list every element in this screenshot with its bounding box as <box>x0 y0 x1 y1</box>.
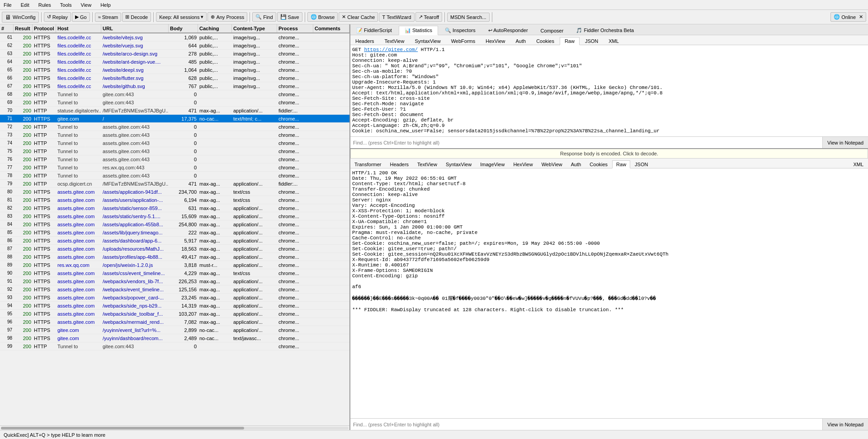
menu-tools[interactable]: Tools <box>58 1 74 9</box>
tab-fiddler-orchestra[interactable]: 🎵 Fiddler Orchestra Beta <box>570 26 640 35</box>
table-row[interactable]: 82 200 HTTPS assets.gitee.com /assets/st… <box>0 204 349 212</box>
resp-tab-webview[interactable]: WebView <box>538 160 566 168</box>
table-row[interactable]: 90 200 HTTPS assets.gitee.com /assets/cs… <box>0 269 349 277</box>
response-find-input[interactable] <box>350 419 822 430</box>
table-row[interactable]: 97 200 HTTPS gitee.com /yuyinn/event_lis… <box>0 326 349 334</box>
table-row[interactable]: 88 200 HTTPS assets.gitee.com /assets/pr… <box>0 253 349 261</box>
table-row[interactable]: 86 200 HTTPS assets.gitee.com /assets/da… <box>0 237 349 245</box>
table-row[interactable]: 91 200 HTTPS assets.gitee.com /webpacks/… <box>0 277 349 285</box>
find-button[interactable]: 🔍 Find <box>252 12 276 22</box>
traffic-table-body[interactable]: 61 200 HTTPS files.codelife.cc /website/… <box>0 33 349 425</box>
table-row[interactable]: 61 200 HTTPS files.codelife.cc /website/… <box>0 33 349 42</box>
resp-tab-headers[interactable]: Headers <box>386 160 413 168</box>
keep-button[interactable]: Keep: All sessions ▾ <box>156 12 207 22</box>
resp-tab-hexview[interactable]: HexView <box>509 160 537 168</box>
resp-tab-auth[interactable]: Auth <box>567 160 585 168</box>
table-row[interactable]: 96 200 HTTPS assets.gitee.com /webpacks/… <box>0 318 349 326</box>
req-tab-json[interactable]: JSON <box>580 37 603 45</box>
replay-button[interactable]: ↺ Replay <box>44 12 71 22</box>
resp-tab-syntaxview[interactable]: SyntaxView <box>442 160 476 168</box>
table-row[interactable]: 92 200 HTTPS assets.gitee.com /webpacks/… <box>0 285 349 294</box>
resp-tab-textview[interactable]: TextView <box>413 160 441 168</box>
table-row[interactable]: 62 200 HTTPS files.codelife.cc /website/… <box>0 42 349 50</box>
msdn-search-button[interactable]: MSDN Search... <box>447 13 489 22</box>
req-tab-raw[interactable]: Raw <box>560 37 580 45</box>
cell-protocol: HTTP <box>33 90 56 98</box>
online-button[interactable]: 🌐 Online ✕ <box>830 12 866 22</box>
req-tab-xml[interactable]: XML <box>604 37 624 45</box>
resp-tab-xml[interactable]: XML <box>849 160 868 168</box>
request-find-input[interactable] <box>350 137 822 148</box>
menu-file[interactable]: File <box>2 1 14 9</box>
clear-cache-button[interactable]: ✕ Clear Cache <box>339 12 378 22</box>
menu-view[interactable]: View <box>79 1 94 9</box>
table-row[interactable]: 75 200 HTTP Tunnel to assets.gitee.com:4… <box>0 147 349 155</box>
response-view-notepad-button[interactable]: View in Notepad <box>822 419 868 430</box>
table-row[interactable]: 98 200 HTTPS gitee.com /yuyinn/dashboard… <box>0 334 349 342</box>
cell-num: 94 <box>0 302 14 309</box>
table-row[interactable]: 74 200 HTTP Tunnel to assets.gitee.com:4… <box>0 139 349 147</box>
cell-result: 200 <box>14 318 33 326</box>
table-row[interactable]: 81 200 HTTPS assets.gitee.com /assets/us… <box>0 196 349 204</box>
table-row[interactable]: 70 200 HTTP statuse.digitalcertv... /MFE… <box>0 107 349 115</box>
resp-tab-transformer[interactable]: Transformer <box>350 160 386 168</box>
table-row[interactable]: 87 200 HTTPS assets.gitee.com /uploads/r… <box>0 245 349 253</box>
process-button[interactable]: ⊕ Any Process <box>208 12 247 22</box>
winconfig-button[interactable]: 🖥 WinConfig <box>2 12 39 23</box>
table-row[interactable]: 68 200 HTTP Tunnel to gitee.com:443 0 ch… <box>0 90 349 98</box>
table-row[interactable]: 93 200 HTTPS assets.gitee.com /webpacks/… <box>0 294 349 302</box>
req-tab-textview[interactable]: TextView <box>380 37 410 45</box>
textwizard-button[interactable]: T TextWizard <box>379 13 414 22</box>
go-button[interactable]: ▶ Go <box>72 12 90 22</box>
table-row[interactable]: 64 200 HTTPS files.codelife.cc /website/… <box>0 58 349 66</box>
tab-fiddlerscript[interactable]: 📝 FiddlerScript <box>350 26 398 35</box>
table-row[interactable]: 63 200 HTTPS files.codelife.cc /website/… <box>0 50 349 58</box>
table-row[interactable]: 85 200 HTTPS assets.gitee.com /assets/li… <box>0 229 349 237</box>
req-tab-cookies[interactable]: Cookies <box>531 37 559 45</box>
req-tab-syntaxview[interactable]: SyntaxView <box>410 37 445 45</box>
table-row[interactable]: 65 200 HTTPS files.codelife.cc /website/… <box>0 66 349 74</box>
resp-tab-raw[interactable]: Raw <box>612 160 630 168</box>
request-url-link[interactable]: https://gitee.com/ <box>364 47 418 52</box>
tab-autoresponder[interactable]: ↩ AutoResponder <box>482 26 534 35</box>
table-row[interactable]: 78 200 HTTP Tunnel to assets.gitee.com:4… <box>0 172 349 180</box>
table-row[interactable]: 95 200 HTTPS assets.gitee.com /webpacks/… <box>0 310 349 318</box>
tab-statistics[interactable]: 📊 Statistics <box>399 26 438 35</box>
table-row[interactable]: 67 200 HTTPS files.codelife.cc /website/… <box>0 82 349 90</box>
browse-button[interactable]: 🌐 Browse <box>307 12 338 22</box>
req-tab-headers[interactable]: Headers <box>350 37 379 45</box>
find-icon: 🔍 <box>255 14 262 20</box>
resp-tab-cookies[interactable]: Cookies <box>585 160 612 168</box>
table-row[interactable]: 73 200 HTTP Tunnel to assets.gitee.com:4… <box>0 131 349 139</box>
tab-inspectors[interactable]: 🔍 Inspectors <box>439 26 481 35</box>
table-row[interactable]: 80 200 HTTPS assets.gitee.com /assets/ap… <box>0 188 349 196</box>
table-row[interactable]: 72 200 HTTP Tunnel to assets.gitee.com:4… <box>0 123 349 131</box>
table-row[interactable]: 99 200 HTTP Tunnel to gitee.com:443 0 ch… <box>0 342 349 350</box>
request-view-notepad-button[interactable]: View in Notepad <box>822 137 868 148</box>
table-row[interactable]: 94 200 HTTPS assets.gitee.com /webpacks/… <box>0 302 349 310</box>
table-row[interactable]: 69 200 HTTP Tunnel to gitee.com:443 0 ch… <box>0 98 349 107</box>
table-row[interactable]: 76 200 HTTP Tunnel to assets.gitee.com:4… <box>0 155 349 163</box>
tearoff-button[interactable]: ↗ Tearoff <box>415 12 442 22</box>
table-row[interactable]: 83 200 HTTPS assets.gitee.com /assets/st… <box>0 212 349 220</box>
table-row[interactable]: 66 200 HTTPS files.codelife.cc /website/… <box>0 74 349 82</box>
req-tab-webforms[interactable]: WebForms <box>446 37 481 45</box>
encoded-response-notice[interactable]: Response body is encoded. Click to decod… <box>350 149 868 159</box>
table-row[interactable]: 71 200 HTTPS gitee.com / 17,375 no-cac..… <box>0 115 349 123</box>
menu-help[interactable]: Help <box>99 1 113 9</box>
req-tab-hexview[interactable]: HexView <box>481 37 510 45</box>
table-row[interactable]: 89 200 HTTPS res.wx.qq.com /open/js/weix… <box>0 261 349 269</box>
req-tab-auth[interactable]: Auth <box>511 37 531 45</box>
menu-rules[interactable]: Rules <box>37 1 53 9</box>
tab-composer[interactable]: Composer <box>535 26 570 35</box>
stream-button[interactable]: ≈ Stream <box>95 13 122 22</box>
resp-tab-json[interactable]: JSON <box>631 160 652 168</box>
left-pane-hscroll[interactable] <box>0 425 349 430</box>
table-row[interactable]: 77 200 HTTP Tunnel to res.wx.qq.com:443 … <box>0 163 349 172</box>
save-button[interactable]: 💾 Save <box>277 12 302 22</box>
decode-button[interactable]: ⊞ Decode <box>122 12 151 22</box>
table-row[interactable]: 84 200 HTTPS assets.gitee.com /assets/ap… <box>0 220 349 229</box>
resp-tab-imageview[interactable]: ImageView <box>476 160 509 168</box>
table-row[interactable]: 79 200 HTTP ocsp.digicert.cn /MFEwTzBNME… <box>0 180 349 188</box>
menu-edit[interactable]: Edit <box>19 1 31 9</box>
